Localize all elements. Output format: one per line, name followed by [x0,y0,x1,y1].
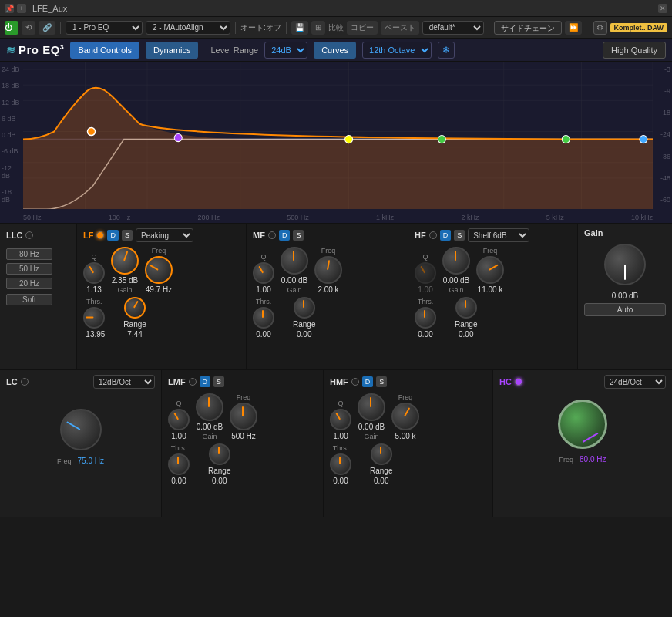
mf-thrs-label: Thrs. [256,298,272,305]
link-icon[interactable]: 🔗 [39,21,55,35]
slot1-select[interactable]: 1 - Pro EQ [66,21,143,35]
lmf-panel: LMF D S Q 1.00 0.00 dB Gain Freq [162,370,324,517]
band-controls-button[interactable]: Band Controls [70,42,139,59]
mf-gain-value: 0.00 dB [281,276,307,285]
mf-gain-knob[interactable] [281,247,308,275]
power-button[interactable]: ⏻ [5,21,18,35]
compare-icon[interactable]: ⟲ [22,21,35,35]
lf-d-button[interactable]: D [107,230,119,241]
lf-thrs-knob[interactable] [83,307,105,329]
lf-q-label: Q [91,253,96,261]
mf-range-knob[interactable] [294,297,315,319]
lmf-s-button[interactable]: S [213,376,224,387]
lf-gain-knob[interactable] [111,247,139,275]
hmf-d-button[interactable]: D [362,376,374,387]
hmf-thrs-knob[interactable] [330,453,351,475]
lmf-led[interactable] [189,378,197,386]
eq-freq-labels: 50 Hz 100 Hz 200 Hz 500 Hz 1 kHz 2 kHz 5… [23,214,653,221]
lf-panel: LF D S PeakingHigh ShelfLow Shelf Q 1.13… [77,224,247,369]
mf-range-label: Range [293,320,315,329]
pin-button[interactable]: 📌 [5,4,14,13]
hf-type-select[interactable]: Shelf 6dBPeaking [468,228,529,242]
mf-freq-knob[interactable] [314,256,342,284]
mf-d-button[interactable]: D [279,230,291,241]
llc-freq-20[interactable]: 20 Hz [6,278,52,289]
mf-thrs-knob[interactable] [253,307,274,329]
hmf-led[interactable] [351,378,359,386]
eq-display[interactable]: 24 dB 18 dB 12 dB 6 dB 0 dB -6 dB -12 dB… [0,62,672,224]
compare2-icon[interactable]: ⊞ [311,21,325,35]
separator3 [286,22,287,34]
copy-button[interactable]: コピー [347,21,378,35]
hf-gain-knob[interactable] [442,247,470,275]
lf-range-knob[interactable] [124,297,146,319]
paste-button[interactable]: ペースト [381,21,419,35]
hmf-q-knob[interactable] [330,409,351,430]
hf-range-knob[interactable] [455,297,477,319]
lc-type-select[interactable]: 12dB/Oct24dB/Oct6dB/Oct [93,375,155,389]
sidechain-button[interactable]: サイドチェーン [494,21,562,35]
octave-select[interactable]: 12th Octave6th Octave3rd Octave [362,42,432,59]
lmf-range-knob[interactable] [209,443,230,465]
mf-freq-label: Freq [321,247,336,255]
hc-freq-knob[interactable] [558,400,607,449]
gain-knob[interactable] [604,244,646,285]
lmf-freq-knob[interactable] [230,403,257,430]
lc-led[interactable] [21,378,29,386]
hmf-range-knob[interactable] [371,443,392,465]
hf-freq-knob[interactable] [476,256,504,284]
llc-soft-button[interactable]: Soft [6,294,52,305]
hmf-gain-knob[interactable] [358,393,385,421]
lf-range-label: Range [123,320,146,329]
hf-range-label: Range [455,320,477,329]
lmf-thrs-knob[interactable] [168,453,190,475]
hf-d-button[interactable]: D [440,230,452,241]
lmf-q-knob[interactable] [168,409,190,430]
hmf-s-button[interactable]: S [376,376,387,387]
hc-label: HC [499,377,512,386]
hmf-freq-knob[interactable] [391,403,419,430]
hf-s-button[interactable]: S [454,230,465,241]
hf-q-knob[interactable] [415,262,436,284]
level-range-select[interactable]: 24dB48dB [264,42,307,59]
gain-auto-button[interactable]: Auto [584,303,666,316]
hc-type-select[interactable]: 24dB/Oct12dB/Oct6dB/Oct [604,375,666,389]
lf-freq-knob[interactable] [145,256,173,284]
llc-freq-50[interactable]: 50 Hz [6,263,52,275]
high-quality-button[interactable]: High Quality [603,42,666,59]
plugin-title: Pro EQ3 [18,43,64,56]
lc-freq-knob[interactable] [60,409,102,450]
mf-panel: MF D S Q 1.00 0.00 dB Gain Freq [247,224,408,369]
llc-led[interactable] [25,231,33,239]
settings-icon[interactable]: ⚙ [593,21,607,35]
upper-band-row: LLC 80 Hz 50 Hz 20 Hz Soft LF D S Peakin… [0,224,672,370]
add-button[interactable]: + [17,4,26,13]
lf-led[interactable] [96,231,104,239]
llc-freq-80[interactable]: 80 Hz [6,248,52,260]
mf-s-button[interactable]: S [293,230,304,241]
close-button[interactable]: ✕ [658,4,667,13]
slot2-select[interactable]: 2 - MAutoAlign [146,21,230,35]
lf-q-knob[interactable] [83,262,105,284]
sidechain-icon[interactable]: ⏩ [565,21,582,35]
preset-select[interactable]: default* [422,21,484,35]
save-icon[interactable]: 💾 [291,21,308,35]
dynamics-button[interactable]: Dynamics [146,42,198,59]
lf-s-button[interactable]: S [122,230,133,241]
hf-thrs-value: 0.00 [418,330,432,339]
mf-gain-label: Gain [287,286,301,294]
freeze-button[interactable]: ❄ [438,42,455,59]
hf-thrs-knob[interactable] [415,307,436,329]
eq-curve-svg[interactable] [23,62,653,209]
hc-led[interactable] [515,378,522,386]
lf-type-select[interactable]: PeakingHigh ShelfLow Shelf [136,228,193,242]
plugin-version: 3 [60,43,65,51]
mf-q-knob[interactable] [253,262,274,284]
eq-db-labels-left: 24 dB 18 dB 12 dB 6 dB 0 dB -6 dB -12 dB… [0,62,23,207]
hf-led[interactable] [429,231,437,239]
lmf-d-button[interactable]: D [200,376,211,387]
hmf-label: HMF [330,377,348,386]
curves-button[interactable]: Curves [314,42,356,59]
mf-led[interactable] [268,231,276,239]
lmf-gain-knob[interactable] [196,393,223,421]
